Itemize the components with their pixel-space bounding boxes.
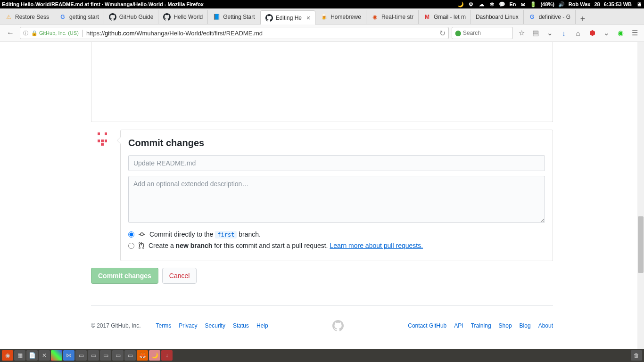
taskbar-app-icon[interactable]: 🌙	[149, 350, 160, 361]
footer-link[interactable]: Help	[256, 322, 268, 329]
browser-tab[interactable]: Ggetting start	[54, 10, 104, 24]
tray-icon[interactable]: ☁	[478, 1, 485, 8]
browser-tab[interactable]: Editing He×	[260, 10, 316, 25]
home-icon[interactable]: ⌂	[572, 27, 584, 39]
footer-link[interactable]: Training	[471, 322, 491, 329]
tray-icon[interactable]: 🌙	[457, 1, 464, 8]
footer-link[interactable]: Privacy	[179, 322, 197, 329]
footer-link[interactable]: Blog	[520, 322, 531, 329]
taskbar-app-icon[interactable]: ▭	[75, 350, 87, 361]
taskbar-app-icon[interactable]: ⋈	[63, 350, 74, 361]
copyright: © 2017 GitHub, Inc.	[91, 322, 141, 329]
url-text: https://github.com/Wmuhanga/Hello-World/…	[86, 30, 437, 37]
reload-icon[interactable]: ↻	[439, 29, 446, 38]
scrollbar-thumb[interactable]	[638, 216, 644, 273]
download-icon[interactable]: ↓	[558, 27, 570, 39]
browser-tab[interactable]: 📘Getting Start	[208, 10, 260, 24]
github-logo-icon[interactable]	[332, 320, 344, 331]
commit-description-textarea[interactable]	[128, 176, 545, 223]
browser-tab[interactable]: ⚠Restore Sess	[0, 10, 54, 24]
taskbar-app-icon[interactable]: ▦	[14, 350, 25, 361]
browser-tab[interactable]: Gdefinitive - G	[524, 10, 576, 24]
commit-panel: Commit changes Commit directly to the fi…	[120, 130, 553, 261]
footer-link[interactable]: Security	[205, 322, 225, 329]
tray-icon[interactable]: ✲	[488, 1, 495, 8]
system-tray: 🌙 ⚙ ☁ ✲ 💬 En ✉ 🔋 (48%) 🔊 Rob Wax 28 6:35…	[457, 1, 642, 8]
hamburger-menu-icon[interactable]: ☰	[629, 27, 640, 39]
taskbar-app-icon[interactable]	[51, 350, 62, 361]
github-icon	[265, 14, 273, 22]
reader-icon[interactable]: ▤	[530, 27, 541, 39]
battery-icon[interactable]: 🔋	[530, 1, 537, 8]
tab-label: GitHub Guide	[119, 14, 154, 20]
pocket-icon[interactable]: ⌄	[544, 27, 555, 39]
grammarly-icon[interactable]: ◉	[615, 27, 626, 39]
browser-tab[interactable]: 🍺Homebrewe	[315, 10, 366, 24]
back-button[interactable]: ←	[4, 26, 17, 40]
favicon-icon: 🍺	[320, 13, 328, 21]
github-icon	[109, 13, 116, 21]
search-engine-icon: ⬤	[455, 30, 461, 36]
search-box[interactable]: ⬤	[452, 27, 513, 39]
browser-tab[interactable]: MGmail - let m	[419, 10, 471, 24]
taskbar-app-icon[interactable]: 📄	[26, 350, 38, 361]
footer-link[interactable]: Shop	[499, 322, 512, 329]
new-tab-button[interactable]: +	[576, 14, 590, 24]
branch-name-tag: first	[215, 231, 237, 239]
volume-icon[interactable]: 🔊	[558, 1, 565, 8]
taskbar-app-icon[interactable]: ▭	[112, 350, 124, 361]
show-desktop-icon[interactable]: 🗑	[631, 350, 642, 361]
taskbar-app-icon[interactable]: ✕	[39, 350, 50, 361]
tray-icon[interactable]: 💬	[499, 1, 505, 8]
footer-link[interactable]: Status	[233, 322, 249, 329]
dropdown-icon[interactable]: ⌄	[601, 27, 612, 39]
tab-label: Getting Start	[223, 14, 255, 20]
tray-icon[interactable]: ⚙	[468, 1, 474, 8]
info-icon[interactable]: ⓘ	[23, 30, 28, 37]
window-title: Editing Hello-World/README.md at first ·…	[2, 1, 204, 7]
tab-label: Dashboard Linux	[476, 14, 519, 20]
scrollbar-track[interactable]	[637, 42, 644, 349]
avatar	[91, 130, 114, 152]
browser-toolbar: ← ⓘ 🔒 GitHub, Inc. (US) | https://github…	[0, 25, 644, 42]
search-input[interactable]	[463, 30, 510, 36]
tab-close-icon[interactable]: ×	[306, 14, 310, 22]
commit-summary-input[interactable]	[128, 155, 545, 171]
commit-direct-radio-row[interactable]: Commit directly to the first branch.	[128, 230, 545, 238]
taskbar-app-icon[interactable]: ▭	[100, 350, 111, 361]
tab-label: Editing He	[276, 15, 302, 21]
date[interactable]: 28	[594, 1, 600, 7]
git-commit-icon	[138, 230, 146, 238]
browser-tab[interactable]: Hello World	[158, 10, 208, 24]
browser-tab[interactable]: Dashboard Linux	[471, 10, 524, 24]
bookmark-star-icon[interactable]: ☆	[516, 27, 527, 39]
time[interactable]: 6:35:53 WB	[604, 1, 632, 7]
tray-icon[interactable]: En	[509, 1, 516, 8]
tab-label: Hello World	[173, 14, 203, 20]
radio-commit-direct[interactable]	[128, 231, 134, 238]
taskbar-app-icon[interactable]: ▭	[88, 350, 99, 361]
commit-newbranch-radio-row[interactable]: Create a new branch for this commit and …	[128, 242, 545, 249]
url-bar[interactable]: ⓘ 🔒 GitHub, Inc. (US) | https://github.c…	[20, 27, 449, 39]
user-name[interactable]: Rob Wax	[569, 1, 591, 7]
file-editor-area[interactable]	[91, 42, 553, 122]
favicon-icon: G	[59, 13, 66, 21]
start-menu-icon[interactable]: ◉	[2, 350, 13, 361]
learn-pr-link[interactable]: Learn more about pull requests.	[330, 242, 423, 249]
footer-link[interactable]: API	[454, 322, 463, 329]
footer-link[interactable]: About	[538, 322, 553, 329]
favicon-icon: M	[423, 13, 431, 21]
browser-tab[interactable]: GitHub Guide	[104, 10, 159, 24]
footer-link[interactable]: Contact GitHub	[408, 322, 446, 329]
monitor-icon[interactable]: 🖥	[636, 1, 642, 8]
radio-new-branch[interactable]	[128, 243, 134, 249]
taskbar-app-icon[interactable]: ▭	[124, 350, 136, 361]
adblock-icon[interactable]: ⬢	[586, 27, 598, 39]
browser-tab[interactable]: ◉Real-time str	[366, 10, 419, 24]
commit-changes-button[interactable]: Commit changes	[91, 268, 158, 284]
taskbar-app-icon[interactable]: ↓	[161, 350, 173, 361]
footer-link[interactable]: Terms	[156, 322, 172, 329]
cancel-button[interactable]: Cancel	[162, 268, 197, 284]
firefox-icon[interactable]: 🦊	[137, 350, 148, 361]
tray-icon[interactable]: ✉	[520, 1, 526, 8]
